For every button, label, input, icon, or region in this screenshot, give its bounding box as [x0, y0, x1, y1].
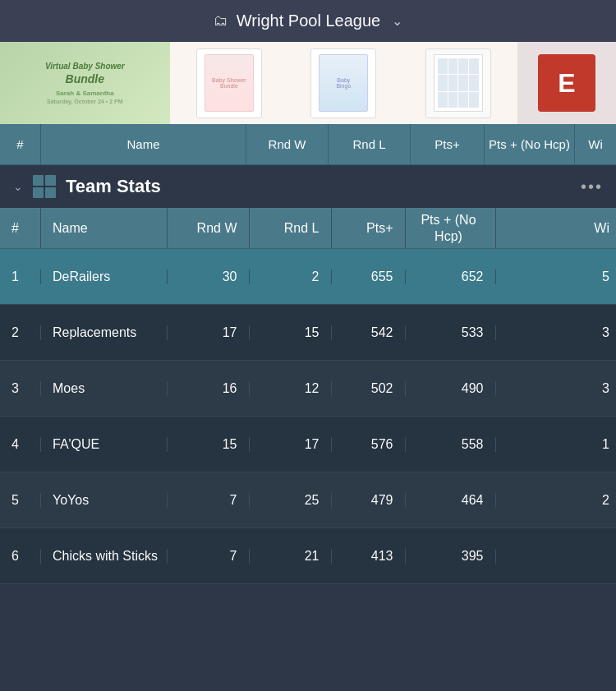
team-rnd-w: 7 [168, 549, 250, 564]
team-rnd-w: 16 [168, 381, 250, 396]
team-rnd-l: 17 [250, 437, 332, 452]
league-title: Wright Pool League [237, 12, 380, 30]
team-name: YoYos [41, 493, 168, 508]
team-pts: 413 [332, 549, 406, 564]
data-col-ptsnohcp: Pts + (No Hcp) [406, 208, 496, 248]
team-rnd-w: 7 [168, 493, 250, 508]
team-name: FA'QUE [41, 437, 168, 452]
team-name: Chicks with Sticks [41, 549, 168, 564]
team-pts-no-hcp: 464 [406, 493, 496, 508]
team-name: Moes [41, 381, 168, 396]
app-header: 🗂 Wright Pool League ⌄ [0, 0, 616, 42]
league-icon: 🗂 [214, 12, 228, 30]
team-rnd-l: 12 [250, 381, 332, 396]
team-rnd-l: 15 [250, 325, 332, 340]
data-col-pts: Pts+ [332, 208, 406, 248]
col-header-name: Name [41, 124, 246, 164]
team-rank: 5 [0, 493, 41, 508]
team-pts-no-hcp: 533 [406, 325, 496, 340]
col-header-ptsnohcp: Pts + (No Hcp) [485, 124, 575, 164]
team-rnd-w: 30 [168, 269, 250, 284]
table-row[interactable]: 2 Replacements 17 15 542 533 3 [0, 305, 616, 361]
top-column-header: # Name Rnd W Rnd L Pts+ Pts + (No Hcp) W… [0, 124, 616, 165]
table-row[interactable]: 1 DeRailers 30 2 655 652 5 [0, 249, 616, 305]
data-col-rndw: Rnd W [168, 208, 250, 248]
col-header-rndw: Rnd W [246, 124, 329, 164]
team-rnd-w: 17 [168, 325, 250, 340]
team-name: DeRailers [41, 269, 168, 284]
team-rnd-l: 21 [250, 549, 332, 564]
team-pts: 502 [332, 381, 406, 396]
team-stats-grid-icon [33, 175, 56, 198]
teams-table: 1 DeRailers 30 2 655 652 5 2 Replacement… [0, 249, 616, 584]
col-header-rndl: Rnd L [329, 124, 411, 164]
banner-right: E [517, 42, 616, 124]
team-stats-section: ⌄ Team Stats ••• [0, 165, 616, 208]
team-rnd-l: 25 [250, 493, 332, 508]
table-row[interactable]: 5 YoYos 7 25 479 464 2 [0, 472, 616, 528]
team-pts: 542 [332, 325, 406, 340]
team-pts: 576 [332, 437, 406, 452]
team-pts-no-hcp: 395 [406, 549, 496, 564]
team-wi: 2 [496, 493, 617, 508]
data-col-wi: Wi [496, 208, 617, 248]
team-pts-no-hcp: 652 [406, 269, 496, 284]
team-wi: 5 [496, 269, 617, 284]
banner-mid: Baby ShowerBundle BabyBingo [170, 42, 517, 124]
team-rank: 6 [0, 549, 41, 564]
table-row[interactable]: 3 Moes 16 12 502 490 3 [0, 361, 616, 417]
banner-image: Virtual Baby Shower Bundle Sarah & Saman… [0, 42, 616, 124]
team-rnd-l: 2 [250, 269, 332, 284]
data-col-rndl: Rnd L [250, 208, 332, 248]
col-header-wi: Wi [575, 124, 616, 164]
team-stats-more-button[interactable]: ••• [581, 177, 603, 196]
table-row[interactable]: 4 FA'QUE 15 17 576 558 1 [0, 417, 616, 472]
team-wi: 3 [496, 325, 617, 340]
team-pts: 479 [332, 493, 406, 508]
team-pts-no-hcp: 490 [406, 381, 496, 396]
table-row[interactable]: 6 Chicks with Sticks 7 21 413 395 [0, 528, 616, 584]
col-header-pts: Pts+ [411, 124, 485, 164]
etsy-icon: E [538, 54, 595, 112]
data-col-name: Name [41, 208, 168, 248]
data-column-header: # Name Rnd W Rnd L Pts+ Pts + (No Hcp) W… [0, 208, 616, 249]
team-pts: 655 [332, 269, 406, 284]
header-chevron-icon[interactable]: ⌄ [392, 13, 402, 29]
team-stats-title: Team Stats [66, 176, 571, 197]
team-wi: 1 [496, 437, 617, 452]
data-col-num: # [0, 208, 41, 248]
banner-left: Virtual Baby Shower Bundle Sarah & Saman… [0, 42, 170, 124]
team-rank: 4 [0, 437, 41, 452]
team-pts-no-hcp: 558 [406, 437, 496, 452]
col-header-num: # [0, 124, 41, 164]
team-stats-chevron-icon[interactable]: ⌄ [13, 180, 23, 193]
team-rnd-w: 15 [168, 437, 250, 452]
team-rank: 1 [0, 269, 41, 284]
team-wi: 3 [496, 381, 617, 396]
team-rank: 2 [0, 325, 41, 340]
team-name: Replacements [41, 325, 168, 340]
team-rank: 3 [0, 381, 41, 396]
